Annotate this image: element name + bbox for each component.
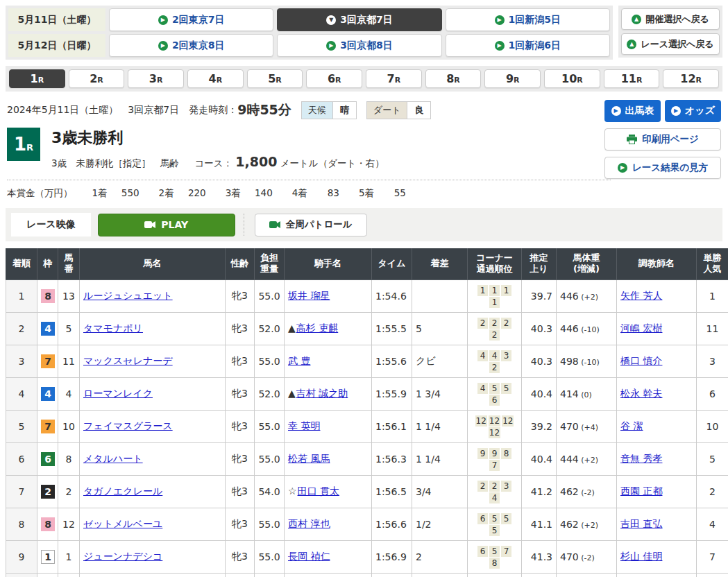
- jockey-link[interactable]: 長岡 禎仁: [288, 551, 330, 562]
- jockey-link[interactable]: 幸 英明: [288, 420, 320, 431]
- horse-name-link[interactable]: ジューンナデシコ: [83, 551, 162, 562]
- back-to-meeting-select-button[interactable]: ▲ 開催選択へ戻る: [621, 8, 720, 30]
- meeting-button-tokyo-7[interactable]: ▶ 2回東京7日: [109, 8, 273, 31]
- race-tab-4r[interactable]: 4R: [187, 69, 244, 88]
- meeting-button-niigata-6[interactable]: ▶ 1回新潟6日: [446, 34, 610, 57]
- horse-name-link[interactable]: フェイマスグラース: [83, 420, 173, 431]
- jockey-link[interactable]: 坂井 瑠星: [288, 290, 330, 301]
- entries-button[interactable]: ▶ 出馬表: [604, 100, 661, 122]
- corner-position: 6: [477, 513, 488, 524]
- horse-name-link[interactable]: タガノエクレール: [83, 485, 162, 497]
- race-tab-2r[interactable]: 2R: [69, 69, 125, 88]
- meeting-nav-row-saturday: 5月11日（土曜） ▶ 2回東京7日 ▼ 3回京都7日 ▶ 1回新潟5日: [8, 8, 610, 31]
- horse-name-link[interactable]: ゼットメルベーユ: [83, 518, 162, 529]
- arrow-right-circle-icon: ▶: [326, 41, 336, 51]
- prize-money-row: 本賞金（万円） 1着550 2着220 3着140 4着83 5着55: [7, 180, 611, 200]
- horse-number: 2: [58, 475, 80, 508]
- corner-position: 8: [501, 448, 511, 459]
- result-row-1: 1813ルージュシュエット牝355.0坂井 瑠星1:54.6111139.744…: [6, 279, 728, 312]
- trainer-link[interactable]: 谷 潔: [620, 420, 643, 431]
- corner-position: 1: [489, 285, 500, 296]
- finish-position: 6: [6, 442, 37, 475]
- arrow-down-circle-icon: ▼: [326, 15, 336, 25]
- odds-button[interactable]: ▶ オッズ: [665, 100, 721, 122]
- patrol-video-button[interactable]: 全周パトロール: [255, 214, 367, 236]
- sex-age: 牝3: [226, 442, 255, 475]
- prize-label: 本賞金（万円）: [7, 187, 73, 200]
- race-tab-7r[interactable]: 7R: [366, 69, 422, 88]
- carried-weight: 55.0: [255, 442, 285, 475]
- meeting-button-niigata-5[interactable]: ▶ 1回新潟5日: [446, 8, 610, 31]
- trainer-link[interactable]: 橋口 慎介: [620, 355, 662, 366]
- horse-name-link[interactable]: マックスセレナーデ: [83, 355, 173, 366]
- date-label-saturday: 5月11日（土曜）: [8, 8, 105, 31]
- horse-weight-value: 414: [560, 388, 579, 399]
- results-guide-button[interactable]: ▶ レース結果の見方: [604, 157, 721, 179]
- corner-position: 5: [501, 383, 511, 394]
- play-video-button[interactable]: PLAY: [98, 214, 235, 236]
- meeting-button-label: 2回東京8日: [172, 40, 224, 52]
- horse-weight: 498 (-10): [557, 345, 617, 377]
- result-row-8: 8812ゼットメルベーユ牝355.0西村 淳也1:56.61/2655541.1…: [6, 508, 728, 540]
- race-tab-6r[interactable]: 6R: [306, 69, 362, 88]
- jockey-cell: 中井 裕二: [285, 573, 372, 577]
- arrow-right-circle-icon: ▶: [618, 163, 627, 173]
- horse-weight: 510 (-8): [557, 573, 617, 577]
- race-tab-8r[interactable]: 8R: [425, 69, 482, 88]
- trainer-link[interactable]: 松永 幹夫: [620, 388, 662, 399]
- apprentice-mark: ▲: [288, 322, 296, 334]
- horse-weight: 462 (-2): [557, 475, 617, 508]
- jockey-cell: 長岡 禎仁: [285, 540, 372, 573]
- race-tab-1r[interactable]: 1R: [9, 69, 65, 88]
- trainer-link[interactable]: 河嶋 宏樹: [620, 322, 662, 334]
- frame-badge: 4: [41, 322, 55, 336]
- print-page-button[interactable]: 印刷用ページ: [604, 128, 721, 150]
- horse-name-link[interactable]: ローマンレイク: [83, 388, 153, 399]
- race-tab-12r[interactable]: 12R: [663, 69, 719, 88]
- apprentice-mark: ☆: [288, 485, 297, 497]
- back-to-race-select-button[interactable]: ▲ レース選択へ戻る: [621, 33, 720, 55]
- meeting-button-tokyo-8[interactable]: ▶ 2回東京8日: [109, 34, 273, 57]
- horse-name-link[interactable]: ルージュシュエット: [83, 290, 173, 301]
- header-win-popularity: 単勝 人気: [697, 248, 728, 279]
- race-tab-5r[interactable]: 5R: [247, 69, 303, 88]
- arrow-right-circle-icon: ▶: [158, 15, 168, 25]
- horse-number: 10: [58, 410, 80, 442]
- results-header-row: 着順 枠 馬 番 馬名 性齢 負担 重量 騎手名 タイム 着差 コーナー 通過順…: [6, 248, 728, 279]
- race-tab-9r[interactable]: 9R: [484, 69, 541, 88]
- frame-badge: 7: [41, 354, 55, 368]
- race-tab-11r[interactable]: 11R: [604, 69, 660, 88]
- jockey-link[interactable]: 高杉 吏麒: [296, 322, 338, 334]
- header-horse-number: 馬 番: [58, 248, 80, 279]
- jockey-link[interactable]: 田口 貫太: [298, 485, 339, 497]
- horse-number: 6: [58, 573, 80, 577]
- track-condition-value: 良: [407, 102, 430, 119]
- horse-name-link[interactable]: メタルハート: [83, 453, 143, 464]
- race-tab-3r[interactable]: 3R: [128, 69, 184, 88]
- corner-positions: 9987: [468, 442, 522, 475]
- jockey-link[interactable]: 松若 風馬: [288, 453, 330, 464]
- horse-name-cell: イエローサファイア: [80, 573, 226, 577]
- win-popularity: 11: [697, 312, 728, 345]
- meeting-button-label: 1回新潟6日: [509, 40, 561, 52]
- trainer-link[interactable]: 杉山 佳明: [620, 551, 662, 562]
- jockey-link[interactable]: 吉村 誠之助: [296, 388, 348, 399]
- trainer-link[interactable]: 吉田 直弘: [620, 518, 662, 529]
- meeting-button-label: 3回京都8日: [340, 40, 392, 52]
- meeting-button-kyoto-7-selected[interactable]: ▼ 3回京都7日: [277, 8, 441, 31]
- horse-name-link[interactable]: タマモナポリ: [83, 322, 143, 334]
- sex-age: 牝3: [226, 475, 255, 508]
- trainer-link[interactable]: 矢作 芳人: [620, 290, 662, 301]
- jockey-link[interactable]: 西村 淳也: [288, 518, 330, 529]
- race-tab-10r[interactable]: 10R: [544, 69, 600, 88]
- meeting-button-kyoto-8[interactable]: ▶ 3回京都8日: [277, 34, 441, 57]
- jockey-link[interactable]: 武 豊: [288, 355, 310, 366]
- meeting-button-label: 2回東京7日: [172, 14, 224, 26]
- jockey-cell: ☆田口 貫太: [285, 475, 372, 508]
- track-label: ダート: [367, 102, 407, 119]
- margin: 1 3/4: [412, 377, 468, 410]
- trainer-link[interactable]: 音無 秀孝: [620, 453, 662, 464]
- sex-age: 牝3: [226, 410, 255, 442]
- trainer-link[interactable]: 西園 正都: [620, 485, 662, 497]
- margin: 1/2: [412, 508, 468, 540]
